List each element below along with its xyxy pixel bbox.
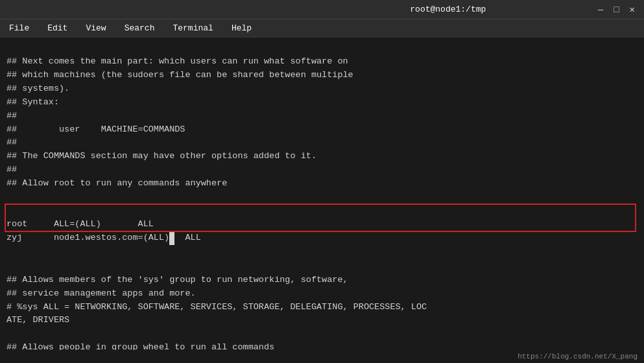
- line-9: ##: [6, 165, 17, 174]
- terminal-content[interactable]: ## Next comes the main part: which users…: [0, 38, 644, 350]
- line-1: ## Next comes the main part: which users…: [6, 56, 348, 66]
- menu-edit[interactable]: Edit: [43, 22, 71, 34]
- line-4: ## Syntax:: [6, 97, 59, 107]
- line-8: ## The COMMANDS section may have other o…: [6, 151, 316, 161]
- terminal-output-2: ## Allows members of the 'sys' group to …: [6, 260, 638, 350]
- line-10: ## Allow root to run any commands anywhe…: [6, 178, 227, 188]
- maximize-button[interactable]: □: [611, 5, 621, 14]
- cursor: [169, 231, 174, 245]
- minimize-button[interactable]: —: [595, 5, 606, 14]
- menu-bar: File Edit View Search Terminal Help: [0, 19, 644, 38]
- window-controls: — □ ✕: [595, 5, 638, 14]
- terminal-highlighted: root ALL=(ALL) ALL zyj node1.westos.com=…: [6, 204, 638, 259]
- line-5: ##: [6, 111, 17, 121]
- menu-terminal[interactable]: Terminal: [169, 22, 217, 34]
- line-root: root ALL=(ALL) ALL: [6, 219, 154, 229]
- line-14: ATE, DRIVERS: [6, 315, 69, 325]
- status-bar: https://blog.csdn.net/X_pang: [0, 350, 644, 363]
- title-bar: root@node1:/tmp — □ ✕: [0, 0, 644, 19]
- menu-view[interactable]: View: [82, 22, 110, 34]
- line-zyj: zyj node1.westos.com=(ALL) ALL: [6, 233, 201, 242]
- menu-search[interactable]: Search: [121, 22, 159, 34]
- close-button[interactable]: ✕: [627, 5, 638, 14]
- line-16: ## Allows people in group wheel to run a…: [6, 342, 274, 350]
- menu-file[interactable]: File: [5, 22, 33, 34]
- line-13: # %sys ALL = NETWORKING, SOFTWARE, SERVI…: [6, 302, 427, 312]
- menu-help[interactable]: Help: [228, 22, 256, 34]
- line-11: ## Allows members of the 'sys' group to …: [6, 275, 348, 285]
- line-3: ## systems).: [6, 84, 69, 93]
- line-12: ## service management apps and more.: [6, 288, 196, 298]
- line-7: ##: [6, 137, 17, 147]
- terminal-window: root@node1:/tmp — □ ✕ File Edit View Sea…: [0, 0, 644, 363]
- line-15: [6, 329, 12, 338]
- line-6: ## user MACHINE=COMMANDS: [6, 124, 185, 134]
- window-title: root@node1:/tmp: [301, 5, 595, 14]
- terminal-output: ## Next comes the main part: which users…: [6, 41, 638, 204]
- status-url: https://blog.csdn.net/X_pang: [518, 353, 638, 360]
- line-2: ## which machines (the sudoers file can …: [6, 70, 353, 80]
